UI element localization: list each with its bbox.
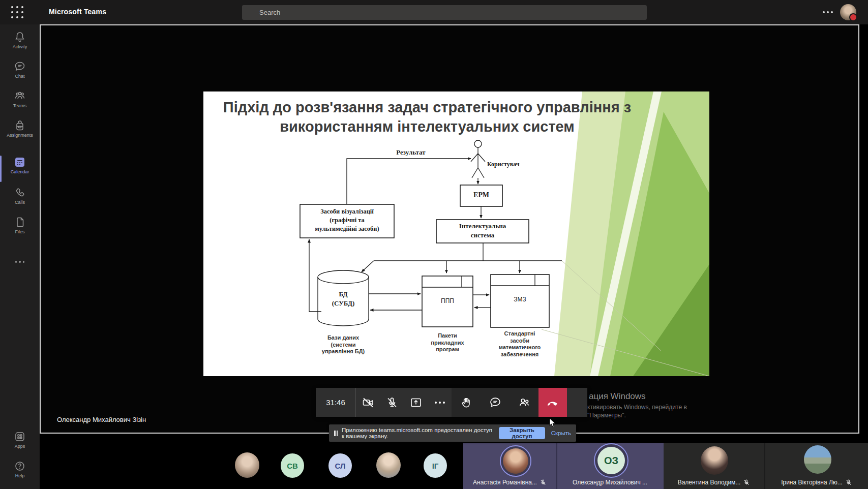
participant-avatar-photo [701,446,728,475]
share-screen-button[interactable] [404,388,428,417]
sidebar-item-assignments[interactable]: Assignments [0,119,40,138]
participant-tile[interactable]: Ірина Вікторівна Лю... [765,443,868,489]
sidebar-item-calendar[interactable]: Calendar [0,156,40,174]
participants-button[interactable] [510,388,538,417]
participant-avatar-initials: ОЗ [597,447,625,474]
share-screen-icon [409,396,423,409]
diagram-box-database: БД (СУБД) [318,290,369,308]
selected-indicator [0,156,2,182]
notification-message: Приложению teams.microsoft.com предостав… [342,427,494,439]
mouse-cursor [549,418,557,428]
participant-avatar-initials[interactable]: СЛ [328,453,352,478]
sidebar-item-apps[interactable]: Apps [0,430,40,449]
toolbar-group-secondary [452,388,538,417]
raise-hand-icon [460,396,473,409]
raise-hand-button[interactable] [452,388,481,417]
meeting-timer: 31:46 [316,388,356,417]
participants-icon [518,396,531,409]
diagram-caption-database: Бази даних (системи управління БД) [308,334,379,355]
mic-off-icon [385,396,399,409]
participant-name: Олександр Михайлович ... [573,479,647,486]
participant-avatar-initials[interactable]: ІГ [424,453,447,478]
windows-activation-line3: "Параметры". [587,412,626,419]
diagram-label-result: Результат [380,148,441,157]
toolbar-more-button[interactable] [428,388,452,417]
diagram-box-erm: ЕРМ [460,191,502,199]
sidebar-item-help[interactable]: Help [0,460,40,478]
windows-activation-line2: ктивировать Windows, перейдите в [587,404,687,411]
diagram-caption-ppp: Пакети прикладних програм [412,332,483,353]
participant-tile[interactable]: ОЗ Олександр Михайлович ... [557,443,663,489]
diagram-box-zmz: ЗМЗ [491,296,549,303]
sidebar-item-files[interactable]: Files [0,216,40,234]
file-icon [14,216,26,229]
diagram-box-visualization: Засоби візуалізації (графічні та мультим… [301,207,393,233]
chat-bubble-icon [14,60,26,73]
camera-off-button[interactable] [356,388,380,417]
hang-up-icon [546,395,560,410]
app-launcher-icon[interactable] [11,6,24,19]
sidebar-item-teams[interactable]: Teams [0,89,40,108]
calendar-icon [13,156,26,169]
speaking-ring: ОЗ [594,443,628,478]
participant-tile[interactable]: Валентина Володим... [664,443,764,489]
participant-avatar-photo [503,448,528,474]
diagram-label-user: Користувач [487,161,538,168]
backpack-icon [14,119,26,132]
mic-muted-icon [540,479,547,486]
participant-avatar-photo-2[interactable] [376,452,401,478]
participant-tile[interactable]: Анастасія Романівна... [463,443,556,489]
windows-activation-line1: ация Windows [589,391,646,402]
screen-share-notification: Приложению teams.microsoft.com предостав… [329,424,576,442]
slide-title: Підхід до розв'язання задач стратегічног… [203,98,651,136]
phone-icon [14,186,26,199]
participant-name: Валентина Володим... [678,479,741,486]
apps-icon [13,430,26,443]
help-icon [13,460,26,473]
hide-notification-button[interactable]: Скрыть [551,430,571,436]
sidebar-item-chat[interactable]: Chat [0,60,40,79]
presentation-slide: Підхід до розв'язання задач стратегічног… [203,91,709,376]
participant-avatar-photo-1[interactable] [235,452,259,478]
chat-icon [489,396,502,409]
participant-name: Анастасія Романівна... [473,479,537,486]
search-input[interactable] [242,5,647,20]
bell-icon [14,30,26,44]
more-options-icon[interactable] [821,7,835,17]
sidebar-item-calls[interactable]: Calls [0,186,40,205]
mic-off-button[interactable] [380,388,404,417]
participant-avatar-photo [804,445,831,474]
hang-up-button[interactable] [538,388,567,417]
speaking-ring [500,445,531,477]
sidebar-more-icon[interactable] [0,261,40,263]
sidebar-item-activity[interactable]: Activity [0,30,40,49]
mic-muted-icon [743,479,750,486]
diagram-box-ppp: ППП [422,297,473,304]
chat-button[interactable] [481,388,510,417]
meeting-toolbar: 31:46 [316,388,587,417]
participant-name: Ірина Вікторівна Лю... [781,479,843,486]
presenter-name: Олександр Михайлович Зізін [57,416,146,423]
mic-muted-icon [845,479,852,486]
presence-busy-dot [849,13,857,21]
user-avatar[interactable] [840,4,856,20]
camera-off-icon [362,396,375,409]
pause-sharing-icon[interactable] [334,431,338,436]
top-bar: Microsoft Teams [0,0,868,24]
app-title: Microsoft Teams [49,8,106,16]
teams-people-icon [13,89,26,103]
participant-avatar-initials[interactable]: СВ [281,453,304,478]
diagram-box-intelligent-system: Інтелектуальна система [436,222,529,240]
sidebar: Activity Chat Teams Assignments Calendar [0,24,40,489]
stop-sharing-button[interactable]: Закрыть доступ [499,427,545,439]
diagram-caption-zmz: Стандартні засоби математичного забезпеч… [484,330,555,358]
